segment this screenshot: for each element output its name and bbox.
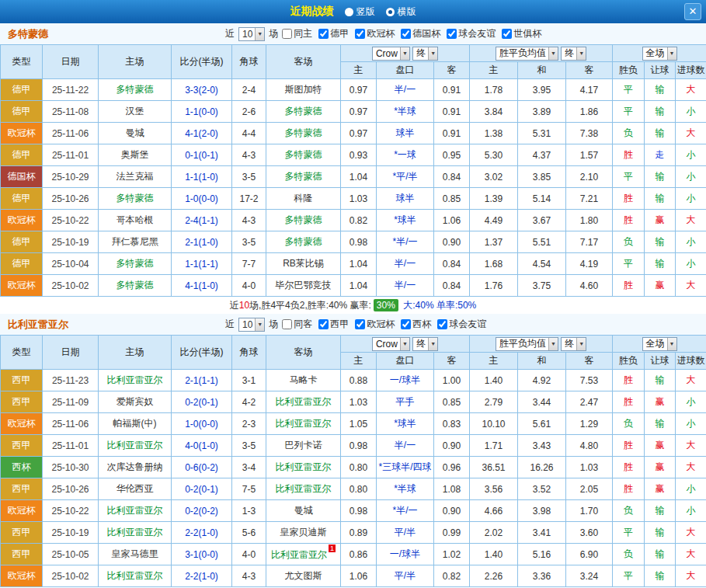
match-row: 欧冠杯 25-10-02 比利亚雷亚尔 2-2(1-0) 4-3 尤文图斯 1.… xyxy=(1,565,706,587)
close-button[interactable]: ✕ xyxy=(684,3,701,20)
avg-away-odds-cell: 1.86 xyxy=(566,101,613,123)
layout-option-vertical[interactable]: 竖版 xyxy=(345,5,375,19)
filter-checkbox-input[interactable] xyxy=(318,29,329,39)
filter-checkbox[interactable]: 同客 xyxy=(282,318,312,331)
filter-checkbox-input[interactable] xyxy=(318,319,329,329)
avg-home-odds-cell: 1.40 xyxy=(470,544,518,565)
avg-home-odds-cell: 1.37 xyxy=(470,231,518,253)
chevron-down-icon: ▼ xyxy=(667,47,676,60)
score-cell: 1-0(0-0) xyxy=(172,413,232,435)
league-badge: 欧冠杯 xyxy=(1,565,43,587)
handicap-home-odds-cell: 0.89 xyxy=(341,522,377,544)
filter-checkbox[interactable]: 欧冠杯 xyxy=(355,318,395,331)
avg-home-odds-cell: 1.76 xyxy=(470,275,518,297)
match-row: 西甲 25-10-19 比利亚雷亚尔 2-2(1-0) 5-6 皇家贝迪斯 0.… xyxy=(1,522,706,544)
handicap-home-odds-cell: 1.06 xyxy=(341,565,377,587)
scope-select[interactable]: 全场▼ xyxy=(642,337,677,351)
topbar: 近期战绩 竖版 横版 ✕ xyxy=(0,0,706,23)
filter-checkbox[interactable]: 西甲 xyxy=(318,318,349,331)
odds-source-select[interactable]: Crow▼ xyxy=(372,337,410,351)
filter-checkbox[interactable]: 德国杯 xyxy=(401,27,440,40)
away-team-name: 比利亚雷亚尔 xyxy=(276,418,332,429)
filter-checkbox[interactable]: 球会友谊 xyxy=(437,318,486,331)
match-row: 德甲 25-10-04 多特蒙德 1-1(1-1) 7-7 RB莱比锡 1.04… xyxy=(1,253,706,275)
goals-ou-cell: 小 xyxy=(676,231,706,253)
home-team-name: 多特蒙德 xyxy=(117,258,154,269)
radio-icon[interactable] xyxy=(386,8,395,16)
handicap-result-cell: 输 xyxy=(645,522,676,544)
result-cell: 胜 xyxy=(613,275,645,297)
avg-draw-odds-cell: 16.26 xyxy=(518,457,566,478)
filter-checkbox-input[interactable] xyxy=(437,319,447,329)
corners-cell: 4-3 xyxy=(232,210,266,231)
radio-icon[interactable] xyxy=(345,8,353,16)
avg-home-odds-cell: 3.56 xyxy=(470,478,518,500)
home-team-cell: 多特蒙德 xyxy=(99,253,172,275)
result-cell: 平 xyxy=(613,79,645,101)
filter-checkbox[interactable]: 西杯 xyxy=(401,318,431,331)
league-badge: 西甲 xyxy=(1,522,43,544)
filter-checkbox[interactable]: 球会友谊 xyxy=(447,27,496,40)
final-odds-select[interactable]: 终▼ xyxy=(561,47,586,61)
handicap-away-odds-cell: 0.85 xyxy=(434,391,470,413)
handicap-line-cell: 平/半 xyxy=(377,565,434,587)
scope-select[interactable]: 全场▼ xyxy=(642,47,677,61)
goals-ou-cell: 小 xyxy=(676,413,706,435)
score-cell: 1-1(1-0) xyxy=(172,166,232,188)
away-team-cell: 巴列卡诺 xyxy=(266,435,341,457)
corners-cell: 4-3 xyxy=(232,144,266,166)
filter-checkbox-input[interactable] xyxy=(282,29,292,39)
avg-away-odds-cell: 6.90 xyxy=(566,544,613,565)
match-count-select[interactable]: 10▼ xyxy=(238,27,265,41)
filter-checkbox[interactable]: 欧冠杯 xyxy=(355,27,395,40)
handicap-line-cell: *半/一 xyxy=(377,231,434,253)
match-row: 德甲 25-11-08 汉堡 1-1(0-0) 2-6 多特蒙德 0.97 *半… xyxy=(1,101,706,123)
handicap-result-cell: 输 xyxy=(645,188,676,210)
layout-option-horizontal[interactable]: 横版 xyxy=(386,5,416,19)
match-row: 欧冠杯 25-11-06 曼城 4-1(2-0) 4-4 多特蒙德 0.97 球… xyxy=(1,123,706,144)
avg-odds-select[interactable]: 胜平负均值▼ xyxy=(496,337,558,351)
filter-checkbox-input[interactable] xyxy=(502,29,512,39)
filter-checkbox-input[interactable] xyxy=(401,319,411,329)
filter-checkbox[interactable]: 世俱杯 xyxy=(502,27,541,40)
handicap-away-odds-cell: 0.99 xyxy=(434,522,470,544)
team-name: 多特蒙德 xyxy=(0,27,225,41)
handicap-line-cell: *半/一 xyxy=(377,500,434,522)
handicap-line-cell: 半/一 xyxy=(377,253,434,275)
filter-checkbox-input[interactable] xyxy=(401,29,411,39)
avg-odds-select[interactable]: 胜平负均值▼ xyxy=(496,47,558,61)
matches-table-dortmund: 类型 日期 主场 比分(半场) 角球 客场 Crow▼ 终▼ 胜平负均值▼ 终▼… xyxy=(0,44,706,297)
filter-checkbox[interactable]: 同主 xyxy=(282,27,312,40)
result-subheader: 胜负 xyxy=(613,62,645,79)
table-header: 类型 日期 主场 比分(半场) 角球 客场 Crow▼ 终▼ 胜平负均值▼ 终▼… xyxy=(1,45,706,79)
odds-source-select[interactable]: Crow▼ xyxy=(372,47,410,61)
handicap-home-odds-cell: 0.98 xyxy=(341,231,377,253)
goals-ou-cell: 大 xyxy=(676,522,706,544)
filter-checkbox-input[interactable] xyxy=(447,29,457,39)
filter-checkbox[interactable]: 德甲 xyxy=(318,27,349,40)
home-team-name: 多特蒙德 xyxy=(117,280,154,291)
match-row: 欧冠杯 25-10-22 哥本哈根 2-4(1-1) 4-3 多特蒙德 0.82… xyxy=(1,210,706,231)
filter-checkbox-input[interactable] xyxy=(355,29,365,39)
filters-bar: 近 10▼ 场 同主 德甲 欧冠杯 德国杯 球会友谊 世俱杯 xyxy=(225,27,546,41)
result-cell: 平 xyxy=(613,565,645,587)
filter-checkbox-label: 德国杯 xyxy=(412,27,440,40)
final-odds-select[interactable]: 终▼ xyxy=(561,337,586,351)
home-team-name: 比利亚雷亚尔 xyxy=(107,570,163,581)
match-count-select[interactable]: 10▼ xyxy=(238,318,265,332)
avg-away-odds-cell: 2.47 xyxy=(566,391,613,413)
avg-draw-odds-cell: 5.61 xyxy=(518,413,566,435)
final-odds-select[interactable]: 终▼ xyxy=(412,337,438,351)
chevron-down-icon: ▼ xyxy=(255,28,264,40)
match-date: 25-11-06 xyxy=(43,123,99,144)
avg-draw-odds-cell: 3.98 xyxy=(518,500,566,522)
handicap-away-odds-cell: 1.02 xyxy=(434,544,470,565)
final-odds-select[interactable]: 终▼ xyxy=(412,47,438,61)
handicap-home-odds-cell: 0.93 xyxy=(341,144,377,166)
goals-ou-cell: 大 xyxy=(676,457,706,478)
result-cell: 胜 xyxy=(613,457,645,478)
chevron-down-icon: ▼ xyxy=(667,338,676,350)
handicap-away-odds-cell: 0.84 xyxy=(434,166,470,188)
filter-checkbox-input[interactable] xyxy=(282,319,292,329)
filter-checkbox-input[interactable] xyxy=(355,319,365,329)
